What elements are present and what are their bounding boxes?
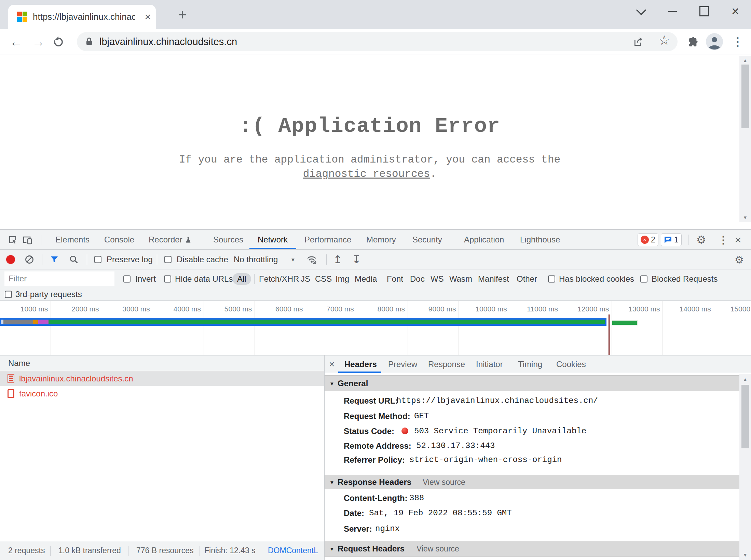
throttling-dropdown-arrow-icon[interactable]: ▼ bbox=[290, 256, 296, 262]
tab-security[interactable]: Security bbox=[412, 235, 442, 244]
details-scroll-up-arrow[interactable]: ▲ bbox=[739, 377, 751, 382]
profile-avatar[interactable] bbox=[706, 33, 723, 50]
filter-type-manifest[interactable]: Manifest bbox=[478, 274, 509, 284]
request-headers-section-header[interactable]: ▼ Request Headers View source bbox=[325, 541, 739, 557]
new-tab-button[interactable]: + bbox=[174, 6, 191, 24]
invert-checkbox[interactable] bbox=[123, 275, 131, 282]
filter-type-media[interactable]: Media bbox=[355, 274, 377, 284]
tab-network[interactable]: Network bbox=[258, 235, 288, 244]
blocked-requests-label[interactable]: Blocked Requests bbox=[652, 274, 718, 284]
close-window-button[interactable]: × bbox=[730, 0, 741, 23]
maximize-button[interactable] bbox=[699, 0, 709, 23]
filter-type-fetch-xhr[interactable]: Fetch/XHR bbox=[259, 274, 299, 284]
page-scrollbar-thumb[interactable] bbox=[741, 65, 749, 128]
minimize-button[interactable] bbox=[668, 0, 677, 23]
device-toolbar-button[interactable] bbox=[22, 234, 33, 245]
filter-type-css[interactable]: CSS bbox=[315, 274, 332, 284]
preserve-log-checkbox[interactable] bbox=[94, 256, 101, 263]
has-blocked-cookies-label[interactable]: Has blocked cookies bbox=[559, 274, 634, 284]
tab-application[interactable]: Application bbox=[464, 235, 504, 244]
filter-type-all[interactable]: All bbox=[232, 273, 251, 285]
bookmark-star-icon[interactable]: ☆ bbox=[658, 33, 670, 48]
back-button[interactable]: ← bbox=[10, 29, 23, 55]
clear-button[interactable] bbox=[25, 255, 34, 264]
details-tab-response[interactable]: Response bbox=[428, 360, 465, 369]
has-blocked-cookies-checkbox[interactable] bbox=[548, 275, 555, 282]
request-row[interactable]: favicon.ico bbox=[0, 386, 324, 401]
address-bar[interactable]: lbjavainlinux.chinacloudsites.cn ☆ bbox=[77, 32, 678, 51]
tab-close-icon[interactable]: × bbox=[145, 5, 151, 29]
details-scroll-down-arrow[interactable]: ▼ bbox=[739, 552, 751, 558]
share-button[interactable] bbox=[633, 36, 644, 47]
wifi-gear-icon bbox=[306, 254, 317, 265]
page-scrollbar[interactable]: ▲ ▼ bbox=[739, 56, 751, 222]
url-text[interactable]: lbjavainlinux.chinacloudsites.cn bbox=[99, 32, 237, 51]
browser-menu-button[interactable]: ⋮ bbox=[732, 29, 743, 55]
details-tab-initiator[interactable]: Initiator bbox=[476, 360, 503, 369]
name-column-header[interactable]: Name bbox=[0, 355, 324, 371]
devtools-close-icon[interactable]: × bbox=[735, 233, 741, 246]
network-main: Name lbjavainlinux.chinacloudsites.cn fa… bbox=[0, 355, 751, 560]
filter-toggle-button[interactable] bbox=[50, 255, 59, 264]
filter-type-img[interactable]: Img bbox=[336, 274, 349, 284]
request-row-selected[interactable]: lbjavainlinux.chinacloudsites.cn bbox=[0, 371, 324, 386]
export-har-icon[interactable]: ↧ bbox=[352, 253, 361, 266]
throttling-select[interactable]: No throttling bbox=[234, 255, 278, 264]
tab-console[interactable]: Console bbox=[104, 235, 134, 244]
devtools-settings-gear-icon[interactable]: ⚙ bbox=[696, 233, 706, 246]
tab-memory[interactable]: Memory bbox=[366, 235, 396, 244]
tab-performance[interactable]: Performance bbox=[304, 235, 351, 244]
tab-recorder[interactable]: Recorder bbox=[149, 235, 182, 244]
response-view-source-link[interactable]: View source bbox=[423, 478, 465, 487]
filter-type-js[interactable]: JS bbox=[301, 274, 310, 284]
inspect-cursor-icon bbox=[8, 235, 18, 245]
details-scrollbar[interactable]: ▲ ▼ bbox=[739, 374, 751, 560]
preserve-log-label[interactable]: Preserve log bbox=[107, 255, 153, 264]
details-tab-headers[interactable]: Headers bbox=[344, 360, 377, 369]
forward-button[interactable]: → bbox=[32, 29, 45, 55]
devtools-menu-dots-icon[interactable]: ⋮ bbox=[718, 234, 728, 246]
filter-type-ws[interactable]: WS bbox=[431, 274, 444, 284]
third-party-label[interactable]: 3rd-party requests bbox=[15, 290, 82, 299]
filter-type-other[interactable]: Other bbox=[517, 274, 537, 284]
request-view-source-link[interactable]: View source bbox=[417, 544, 459, 554]
details-scrollbar-thumb[interactable] bbox=[741, 385, 749, 448]
scroll-down-arrow[interactable]: ▼ bbox=[739, 215, 751, 220]
filter-type-font[interactable]: Font bbox=[387, 274, 403, 284]
hide-data-urls-checkbox[interactable] bbox=[164, 275, 171, 282]
issues-count-badge[interactable]: 1 bbox=[661, 233, 682, 246]
error-count-badge[interactable]: × 2 bbox=[638, 233, 658, 246]
tab-search-button[interactable] bbox=[636, 0, 646, 23]
details-tab-cookies[interactable]: Cookies bbox=[556, 360, 586, 369]
disable-cache-checkbox[interactable] bbox=[164, 256, 172, 263]
hide-data-urls-label[interactable]: Hide data URLs bbox=[175, 274, 233, 284]
blocked-requests-checkbox[interactable] bbox=[640, 275, 647, 282]
record-button[interactable] bbox=[6, 255, 15, 264]
invert-label[interactable]: Invert bbox=[135, 274, 156, 284]
tab-elements[interactable]: Elements bbox=[55, 235, 90, 244]
diagnostic-resources-link[interactable]: diagnostic resources bbox=[303, 168, 430, 180]
import-har-icon[interactable]: ↥ bbox=[333, 253, 342, 266]
response-headers-section-header[interactable]: ▼ Response Headers View source bbox=[325, 475, 739, 489]
network-conditions-button[interactable] bbox=[306, 254, 317, 265]
filter-type-wasm[interactable]: Wasm bbox=[449, 274, 472, 284]
details-tab-timing[interactable]: Timing bbox=[518, 360, 542, 369]
details-close-icon[interactable]: × bbox=[329, 359, 334, 370]
disable-cache-label[interactable]: Disable cache bbox=[177, 255, 228, 264]
general-section-header[interactable]: ▼ General bbox=[325, 375, 739, 391]
inspect-element-button[interactable] bbox=[8, 235, 18, 245]
filter-type-doc[interactable]: Doc bbox=[410, 274, 425, 284]
search-button[interactable] bbox=[69, 255, 79, 264]
tab-lighthouse[interactable]: Lighthouse bbox=[520, 235, 560, 244]
tab-sources[interactable]: Sources bbox=[213, 235, 243, 244]
third-party-checkbox[interactable] bbox=[5, 291, 12, 298]
scroll-up-arrow[interactable]: ▲ bbox=[739, 58, 751, 63]
network-settings-gear-icon[interactable]: ⚙ bbox=[735, 253, 744, 265]
network-overview[interactable]: 1000 ms 2000 ms 3000 ms 4000 ms 5000 ms … bbox=[0, 301, 751, 355]
extensions-button[interactable] bbox=[687, 36, 698, 48]
filter-input[interactable] bbox=[4, 271, 114, 286]
browser-tab[interactable]: https://lbjavainlinux.chinacloudsit × bbox=[8, 5, 156, 29]
details-tab-preview[interactable]: Preview bbox=[388, 360, 417, 369]
disclosure-triangle-icon: ▼ bbox=[329, 380, 334, 386]
header-row: Content-Length:388 bbox=[325, 491, 751, 506]
